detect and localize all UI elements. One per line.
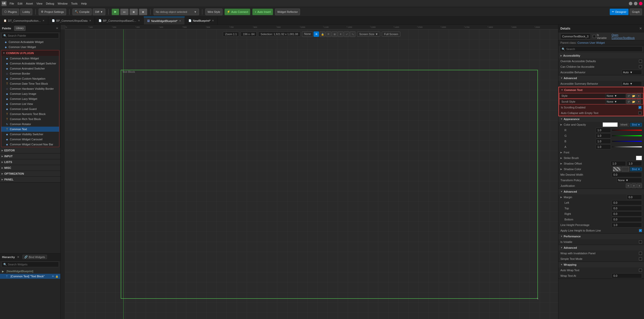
tab-close-icon-5[interactable]: ✕ (212, 19, 214, 22)
bind-button[interactable]: Bind ▼ (630, 123, 642, 127)
menu-window[interactable]: Window (58, 2, 67, 5)
b-slider[interactable] (612, 141, 642, 142)
library-tab[interactable]: Library (14, 26, 26, 31)
is-volatile-checkbox[interactable] (639, 240, 642, 243)
view-icon-r[interactable]: R (326, 31, 331, 37)
accessible-behavior-select[interactable]: Auto ▼ (622, 70, 642, 75)
close-button[interactable] (639, 2, 642, 5)
strike-brush-swatch[interactable] (636, 156, 642, 160)
line-height-input[interactable] (612, 222, 642, 227)
tab-close-icon-3[interactable]: ✕ (138, 19, 140, 22)
right-input[interactable] (612, 211, 642, 216)
section-editor-header[interactable]: ▶ EDITOR (0, 148, 60, 153)
lib-item-common-text[interactable]: T Common Text (1, 127, 59, 132)
open-common-text-block-link[interactable]: Open CommonTextBlock (612, 33, 642, 39)
lib-item-visibility-switcher[interactable]: ◆ Common Visibility Switcher (1, 132, 59, 137)
tab-newwidgetblueprint[interactable]: 🖼 NewWidgetBlueprint* ✕ (144, 17, 185, 25)
scroll-style-select[interactable]: None ▼ (605, 99, 626, 104)
minimize-button[interactable] (629, 2, 632, 5)
compile-button[interactable]: 🔨 Compile (72, 9, 92, 15)
lib-item-lazy-image[interactable]: ◆ Common Lazy Image (1, 91, 59, 96)
lib-item-load-guard[interactable]: ◆ Common Load Guard (1, 106, 59, 111)
view-icon-grid[interactable]: ⊞ (332, 31, 337, 37)
justify-right-button[interactable]: ≡ (637, 184, 642, 188)
a-input[interactable] (596, 144, 611, 149)
none-button[interactable]: None (302, 31, 313, 37)
debug-object-selector[interactable]: No debug object selected ▼ (154, 9, 199, 15)
lib-item-datetime-text[interactable]: T Common Date Time Text Block (1, 81, 59, 86)
style-reset-button[interactable]: ↺ (626, 94, 631, 98)
palette-search-input[interactable] (8, 34, 57, 37)
section-lists-header[interactable]: ▶ LISTS (0, 159, 60, 165)
override-accessible-checkbox[interactable] (639, 60, 642, 63)
common-ui-plugin-header[interactable]: ▼ COMMON UI PLUGIN (1, 50, 59, 56)
auto-connect-button[interactable]: ⚡ Auto Connect (225, 9, 251, 15)
b-input[interactable] (596, 139, 611, 144)
lib-item-carousel-nav[interactable]: ◆ Common Widget Carousel Nav Bar (1, 142, 59, 147)
lib-item-common-user[interactable]: ◆ Common User Widget (0, 44, 60, 50)
section-misc-header[interactable]: ▶ MISC (0, 165, 60, 171)
lib-item-hardware-border[interactable]: □ Common Hardware Visibility Border (1, 86, 59, 91)
justify-left-button[interactable]: ≡ (626, 184, 631, 188)
scroll-style-browse-button[interactable]: 📂 (631, 99, 636, 104)
plugins-button[interactable]: ⬡ Plugins (2, 9, 19, 15)
r-input[interactable] (596, 128, 611, 133)
view-icon-expand[interactable]: ⤢ (344, 31, 350, 37)
shadow-checker-swatch[interactable] (613, 167, 621, 171)
tab-dt-commoninputaction[interactable]: 📋 DT_CommonInputAction... ✕ (0, 17, 48, 25)
lib-item-animated-switcher[interactable]: ◆ Common Animated Switcher (1, 66, 59, 71)
style-select[interactable]: None ▼ (605, 93, 626, 98)
lib-item-widget-carousel[interactable]: ◆ Common Widget Carousel (1, 137, 59, 142)
margin-input[interactable] (627, 195, 642, 200)
appearance-section-header[interactable]: ▼ Appearance (558, 116, 644, 122)
section-panel-header[interactable]: ▶ PANEL (0, 177, 60, 182)
scroll-style-clear-button[interactable]: ✕ (636, 99, 641, 104)
min-desired-width-input[interactable] (612, 172, 642, 177)
apply-line-height-checkbox[interactable] (639, 229, 642, 232)
simple-text-mode-checkbox[interactable] (639, 257, 642, 260)
auto-insert-button[interactable]: + Auto Insert (252, 9, 273, 15)
view-icon-eye[interactable]: 👁 (314, 31, 319, 37)
menu-edit[interactable]: Edit (18, 2, 22, 5)
wrap-invalidation-checkbox[interactable] (639, 252, 642, 255)
resize-handle[interactable]: ↘ (536, 297, 539, 300)
common-text-section-header[interactable]: ▼ Common Text (559, 87, 643, 93)
widget-reflector-button[interactable]: Widget Reflector (275, 9, 300, 15)
top-input[interactable] (612, 206, 642, 211)
text-block-widget[interactable]: Text Block ↘ (121, 70, 538, 299)
details-search-input[interactable] (566, 48, 641, 51)
performance-section-header[interactable]: ▼ Performance (558, 234, 644, 239)
details-close-button[interactable]: ✕ (639, 27, 642, 30)
menu-tools[interactable]: Tools (71, 2, 78, 5)
lib-item-list-view[interactable]: ◆ Common List View (1, 101, 59, 106)
lobby-button[interactable]: Lobby (20, 9, 32, 15)
view-icon-collapse[interactable]: ⤡ (350, 31, 356, 37)
hierarchy-close-button[interactable]: ✕ (17, 255, 19, 259)
lib-item-action-widget[interactable]: ◆ Common Action Widget (1, 56, 59, 61)
palette-close-button[interactable]: ✕ (56, 27, 58, 30)
lib-item-common-activatable[interactable]: ◆ Common Activatable Widget (0, 39, 60, 44)
inherit-button[interactable]: Inherit (619, 123, 629, 127)
project-settings-button[interactable]: ⚙ Project Settings (39, 9, 66, 15)
hierarchy-text-block-item[interactable]: T [Common Text] "Text Block" 👁 🔒 (0, 274, 60, 279)
r-slider[interactable] (612, 130, 642, 131)
shadow-offset-x-input[interactable] (611, 161, 626, 166)
shadow-bind-button[interactable]: Bind ▼ (630, 167, 642, 171)
step-button[interactable]: ⏭ (120, 9, 129, 15)
a-slider[interactable] (612, 146, 642, 147)
tab-close-icon-2[interactable]: ✕ (89, 19, 91, 22)
widget-name-input[interactable] (560, 34, 591, 39)
lib-item-numeric-text[interactable]: T Common Numeric Text Block (1, 111, 59, 117)
tab-close-icon[interactable]: ✕ (42, 19, 44, 22)
auto-collapse-checkbox[interactable] (638, 111, 641, 115)
advanced-1-section-header[interactable]: ▼ Advanced (558, 75, 644, 81)
wire-style-button[interactable]: Wire Style (205, 9, 222, 15)
hierarchy-root-item[interactable]: ▶ [NewWidgetBlueprint] (0, 269, 60, 274)
tab-bp-commonuiinputdata[interactable]: 📄 BP_CommonUIInputData ✕ (48, 17, 95, 25)
menu-file[interactable]: File (10, 2, 14, 5)
advanced-3-header[interactable]: ▼ Advanced (558, 245, 644, 250)
tab-newblueprint[interactable]: 📄 NewBlueprint* ✕ (185, 17, 218, 25)
style-browse-button[interactable]: 📂 (631, 94, 636, 98)
is-scrolling-checkbox[interactable] (638, 106, 641, 109)
lib-item-rotator[interactable]: ↻ Common Rotator (1, 122, 59, 127)
